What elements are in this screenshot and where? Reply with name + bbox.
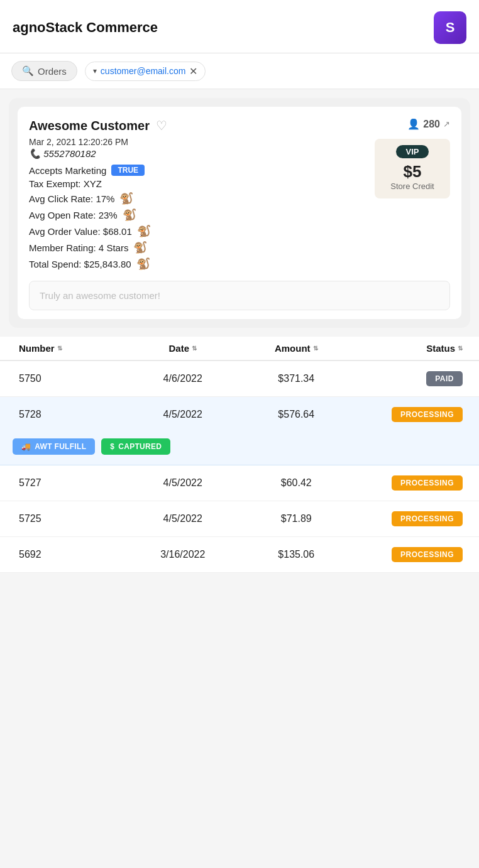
avg-order-value-row: Avg Order Value: $68.01 🐒 (29, 224, 365, 238)
sort-number-icon: ⇅ (57, 345, 62, 352)
order-number: 5725 (13, 513, 126, 524)
search-button[interactable]: 🔍 Orders (11, 61, 77, 81)
col-number[interactable]: Number ⇅ (13, 343, 126, 354)
avg-open-rate-label: Avg Open Rate: 23% (29, 210, 118, 220)
order-amount: $71.89 (239, 513, 353, 524)
avg-click-rate-label: Avg Click Rate: 17% (29, 193, 114, 204)
order-status: PROCESSING (353, 407, 467, 422)
order-status: PROCESSING (353, 511, 467, 526)
sort-status-icon: ⇅ (458, 345, 463, 352)
order-status: PAID (353, 371, 467, 386)
col-number-label: Number (19, 343, 55, 354)
table-row[interactable]: 5725 4/5/2022 $71.89 PROCESSING (0, 501, 479, 537)
accepts-marketing-row: Accepts Marketing TRUE (29, 165, 365, 176)
sort-date-icon: ⇅ (192, 345, 197, 352)
orders-table: Number ⇅ Date ⇅ Amount ⇅ Status ⇅ 5750 4… (0, 337, 479, 573)
vip-badge: VIP (396, 145, 429, 158)
col-amount-label: Amount (275, 343, 311, 354)
order-number: 5727 (13, 477, 126, 489)
table-header: Number ⇅ Date ⇅ Amount ⇅ Status ⇅ (0, 337, 479, 361)
order-number: 5728 (13, 409, 126, 420)
phone-icon: 📞 (29, 148, 43, 159)
status-badge: PROCESSING (392, 511, 463, 526)
order-number: 5750 (13, 373, 126, 384)
order-expand-detail: 🚚 AWT FULFILL $ CAPTURED (0, 432, 479, 465)
customer-card-outer: Awesome Customer ♡ Mar 2, 2021 12:20:26 … (9, 98, 470, 328)
toolbar: 🔍 Orders ▾ customer@email.com ✕ (0, 53, 479, 89)
person-icon: 👤 (407, 118, 420, 130)
customer-name-row: Awesome Customer ♡ (29, 118, 365, 133)
col-status-label: Status (426, 343, 455, 354)
app-header: agnoStack Commerce S (0, 0, 479, 53)
customer-info-right: 👤 280 ↗ VIP $5 Store Credit (375, 118, 450, 198)
customer-info-left: Awesome Customer ♡ Mar 2, 2021 12:20:26 … (29, 118, 365, 273)
order-date: 4/5/2022 (126, 513, 240, 524)
member-rating-row: Member Rating: 4 Stars 🐒 (29, 241, 365, 254)
credit-amount: $5 (386, 162, 439, 182)
col-status[interactable]: Status ⇅ (353, 343, 467, 354)
order-date: 4/5/2022 (126, 477, 240, 489)
search-icon: 🔍 (22, 65, 34, 77)
note-text: Truly an awesome customer! (40, 290, 160, 301)
phone-number: 5552780182 (43, 148, 96, 159)
accepts-marketing-label: Accepts Marketing (29, 165, 106, 176)
tax-exempt-label: Tax Exempt: XYZ (29, 178, 102, 189)
customer-name: Awesome Customer (29, 119, 150, 133)
awt-fulfill-tag[interactable]: 🚚 AWT FULFILL (13, 438, 95, 455)
table-row[interactable]: 5692 3/16/2022 $135.06 PROCESSING (0, 537, 479, 573)
filter-email-value: customer@email.com (101, 66, 186, 76)
col-date-label: Date (168, 343, 189, 354)
order-amount: $576.64 (239, 409, 353, 420)
mailchimp-icon-3: 🐒 (137, 224, 151, 238)
customer-note[interactable]: Truly an awesome customer! (29, 281, 450, 310)
mailchimp-icon-2: 🐒 (123, 208, 136, 222)
app-title: agnoStack Commerce (13, 19, 158, 36)
captured-label: CAPTURED (118, 442, 162, 451)
dollar-icon: $ (110, 442, 114, 451)
status-badge: PROCESSING (392, 475, 463, 491)
truck-icon: 🚚 (21, 442, 31, 451)
mailchimp-icon-1: 🐒 (119, 192, 133, 205)
order-amount: $135.06 (239, 549, 353, 560)
awt-fulfill-label: AWT FULFILL (35, 442, 86, 451)
mailchimp-icon-4: 🐒 (133, 241, 147, 254)
customer-id-button[interactable]: 👤 280 ↗ (375, 118, 450, 130)
order-number: 5692 (13, 549, 126, 560)
table-row[interactable]: 5727 4/5/2022 $60.42 PROCESSING (0, 465, 479, 501)
total-spend-row: Total Spend: $25,843.80 🐒 (29, 257, 365, 271)
order-amount: $371.34 (239, 373, 353, 384)
order-date: 4/5/2022 (126, 409, 240, 420)
customer-id-value: 280 (423, 119, 440, 130)
status-badge: PROCESSING (392, 407, 463, 422)
order-date: 4/6/2022 (126, 373, 240, 384)
customer-card-inner: Awesome Customer ♡ Mar 2, 2021 12:20:26 … (18, 107, 461, 319)
col-date[interactable]: Date ⇅ (126, 343, 240, 354)
close-icon[interactable]: ✕ (189, 65, 197, 77)
avg-open-rate-row: Avg Open Rate: 23% 🐒 (29, 208, 365, 222)
search-label: Orders (38, 66, 67, 77)
customer-date: Mar 2, 2021 12:20:26 PM (29, 137, 365, 147)
avg-order-value-label: Avg Order Value: $68.01 (29, 226, 132, 237)
member-rating-label: Member Rating: 4 Stars (29, 242, 128, 253)
table-row[interactable]: 5728 4/5/2022 $576.64 PROCESSING (0, 397, 479, 432)
customer-phone: 📞 5552780182 (29, 148, 365, 160)
status-badge: PROCESSING (392, 547, 463, 562)
status-badge: PAID (426, 371, 463, 386)
order-status: PROCESSING (353, 475, 467, 491)
captured-tag[interactable]: $ CAPTURED (101, 438, 170, 455)
sort-amount-icon: ⇅ (313, 345, 318, 352)
vip-credit-box: VIP $5 Store Credit (375, 139, 450, 198)
credit-label: Store Credit (386, 182, 439, 191)
heart-icon[interactable]: ♡ (156, 118, 167, 133)
email-filter-tag[interactable]: ▾ customer@email.com ✕ (85, 62, 206, 81)
col-amount[interactable]: Amount ⇅ (239, 343, 353, 354)
order-amount: $60.42 (239, 477, 353, 489)
table-row[interactable]: 5750 4/6/2022 $371.34 PAID (0, 361, 479, 397)
order-date: 3/16/2022 (126, 549, 240, 560)
external-link-icon: ↗ (443, 119, 450, 129)
avg-click-rate-row: Avg Click Rate: 17% 🐒 (29, 192, 365, 205)
total-spend-label: Total Spend: $25,843.80 (29, 259, 131, 269)
tax-exempt-row: Tax Exempt: XYZ (29, 178, 365, 189)
accepts-marketing-badge: TRUE (111, 165, 145, 176)
chevron-down-icon: ▾ (93, 67, 97, 75)
